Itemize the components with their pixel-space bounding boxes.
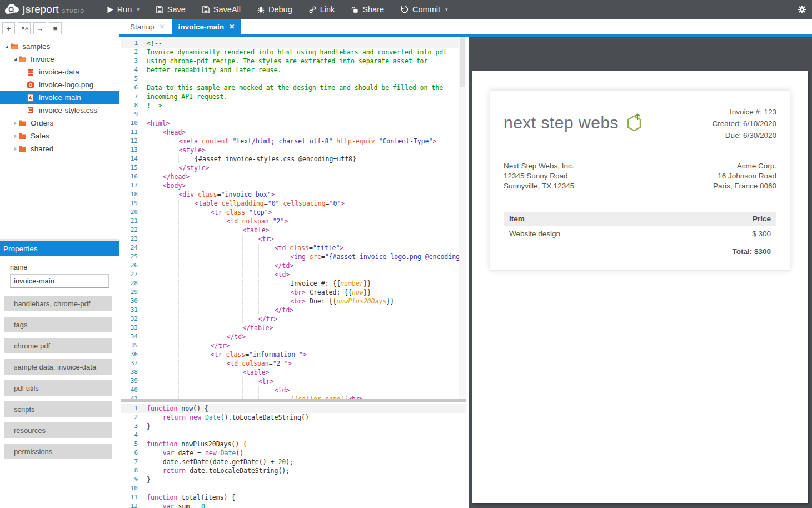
name-input[interactable] <box>10 274 109 288</box>
code-line[interactable]: 35 </tr> <box>121 341 466 350</box>
code-line[interactable]: 21 <td colspan="2"> <box>121 217 466 226</box>
tab-close-icon[interactable]: ✕ <box>160 23 165 31</box>
code-line[interactable]: 1<!-- <box>121 39 466 48</box>
properties-section-chrome-pdf[interactable]: chrome pdf <box>4 338 112 353</box>
code-line[interactable]: 9 <box>121 110 466 119</box>
properties-section-permissions[interactable]: permissions <box>4 444 112 459</box>
tree-caret-icon[interactable] <box>3 45 10 48</box>
code-line[interactable]: 6Data to this sample are mocked at the d… <box>121 83 466 92</box>
tree-caret-icon[interactable] <box>12 58 18 61</box>
code-line[interactable]: 34 </td> <box>121 332 466 341</box>
code-line[interactable]: 32 </tr> <box>121 315 466 323</box>
menu-button[interactable]: ≡ <box>49 22 62 34</box>
code-line[interactable]: 41 {{seller.name}}<br> <box>121 395 466 399</box>
code-line[interactable]: 38 <table> <box>121 368 466 377</box>
template-code-editor[interactable]: 1<!--2Invoice dynamically rendered into … <box>121 37 466 399</box>
code-line[interactable]: 23 <tr> <box>121 235 466 243</box>
code-line[interactable]: 40 <td> <box>121 386 466 395</box>
tree-item-invoice-data[interactable]: invoice-data <box>0 66 119 78</box>
code-line[interactable]: 4better readability and later reuse. <box>121 66 466 74</box>
run-button[interactable]: Run ▾ <box>107 5 140 14</box>
code-line[interactable]: 19 <table cellpadding="0" cellspacing="0… <box>121 199 466 208</box>
tab-invoice-main[interactable]: invoice-main✕ <box>172 19 242 34</box>
helpers-code-editor[interactable]: 1function now() {2 return new Date().toL… <box>121 402 466 508</box>
tab-startup[interactable]: Startup✕ <box>123 19 172 34</box>
css-icon <box>27 107 36 114</box>
code-line[interactable]: 31 </td> <box>121 306 466 315</box>
code-line[interactable]: 7incoming API request. <box>121 92 466 101</box>
code-line[interactable]: 39 <tr> <box>121 377 466 386</box>
code-line[interactable]: 10 <box>121 484 466 493</box>
debug-button[interactable]: Debug <box>257 5 292 14</box>
tree-caret-icon[interactable] <box>12 121 18 126</box>
code-line[interactable]: 14 {#asset invoice-styles.css @encoding=… <box>121 155 466 163</box>
code-line[interactable]: 7 date.setDate(date.getDate() + 20); <box>121 457 466 466</box>
tab-close-icon[interactable]: ✕ <box>229 23 235 31</box>
code-line[interactable]: 11 <head> <box>121 128 466 137</box>
saveall-button[interactable]: SaveAll <box>202 5 241 14</box>
code-line[interactable]: 24 <td class="title"> <box>121 243 466 252</box>
share-button[interactable]: Share <box>351 5 384 14</box>
code-line[interactable]: 3using chrome-pdf recipe. The styles are… <box>121 57 466 66</box>
properties-section-sample-data-invoice-data[interactable]: sample data: invoice-data <box>4 359 112 375</box>
line-number: 12 <box>121 502 138 508</box>
commit-button[interactable]: Commit ▾ <box>401 5 447 14</box>
code-line[interactable]: 2 return new Date().toLocaleDateString() <box>121 413 466 422</box>
code-line[interactable]: 25 <img src="{#asset invoice-logo.png @e… <box>121 252 466 261</box>
code-line[interactable]: 15 </style> <box>121 163 466 172</box>
tree-item-invoice-main[interactable]: invoice-main <box>0 91 119 104</box>
tree-item-invoice[interactable]: Invoice <box>0 53 119 66</box>
code-line[interactable]: 13 <style> <box>121 146 466 155</box>
code-line[interactable]: 5 <box>121 74 466 83</box>
seller-address: Next Step Webs, Inc. 12345 Sunny Road Su… <box>504 161 574 191</box>
tree-item-sales[interactable]: Sales <box>0 130 119 142</box>
code-line[interactable]: 26 </td> <box>121 261 466 270</box>
tree-item-invoice-styles-css[interactable]: invoice-styles.css <box>0 104 119 117</box>
code-line[interactable]: 9} <box>121 475 466 484</box>
code-line[interactable]: 6 var date = new Date() <box>121 449 466 457</box>
line-number: 38 <box>121 368 138 377</box>
properties-section-handlebars-chrome-pdf[interactable]: handlebars, chrome-pdf <box>4 296 112 311</box>
code-line[interactable]: 12 var sum = 0 <box>121 502 466 508</box>
code-line[interactable]: 22 <table> <box>121 226 466 235</box>
code-line[interactable]: 5function nowPlus20Days() { <box>121 440 466 449</box>
tree-item-invoice-logo-png[interactable]: invoice-logo.png <box>0 78 119 91</box>
properties-section-pdf-utils[interactable]: pdf utils <box>4 380 112 396</box>
code-line[interactable]: 28 Invoice #: {{number}} <box>121 279 466 288</box>
tree-caret-icon[interactable] <box>12 147 18 151</box>
editor-scrollbar[interactable] <box>459 37 466 399</box>
code-line[interactable]: 36 <tr class="information "> <box>121 350 466 359</box>
properties-section-scripts[interactable]: scripts <box>4 401 112 417</box>
code-line[interactable]: 16 </head> <box>121 172 466 181</box>
settings-gear-button[interactable] <box>798 5 806 16</box>
code-line[interactable]: 4 <box>121 431 466 440</box>
new-entity-button[interactable]: + <box>2 22 15 34</box>
code-line[interactable]: 17 <body> <box>121 181 466 190</box>
code-line[interactable]: 27 <td> <box>121 270 466 279</box>
filter-button[interactable]: ▼A <box>18 22 31 34</box>
tree-item-orders[interactable]: Orders <box>0 117 119 130</box>
code-line[interactable]: 12 <meta content="text/html; charset=utf… <box>121 137 466 146</box>
code-line[interactable]: 20 <tr class="top"> <box>121 208 466 217</box>
code-line[interactable]: 29 <br> Created: {{now}} <box>121 288 466 297</box>
code-line[interactable]: 3} <box>121 422 466 431</box>
properties-section-resources[interactable]: resources <box>4 422 112 438</box>
code-line[interactable]: 11function total(items) { <box>121 493 466 502</box>
code-line[interactable]: 10<html> <box>121 119 466 128</box>
link-button[interactable]: Link <box>309 5 335 14</box>
collapse-button[interactable]: → <box>33 22 46 34</box>
line-number: 37 <box>121 359 138 368</box>
code-line[interactable]: 18 <div class="invoice-box"> <box>121 190 466 199</box>
code-line[interactable]: 1function now() { <box>121 404 466 413</box>
properties-section-tags[interactable]: tags <box>4 317 112 332</box>
tree-caret-icon[interactable] <box>12 134 18 138</box>
code-line[interactable]: 30 <br> Due: {{nowPlus20Days}} <box>121 297 466 306</box>
code-line[interactable]: 2Invoice dynamically rendered into html … <box>121 48 466 57</box>
code-line[interactable]: 8!--> <box>121 101 466 110</box>
save-button[interactable]: Save <box>156 5 186 14</box>
code-line[interactable]: 37 <td colspan="2 "> <box>121 359 466 368</box>
tree-item-samples[interactable]: samples <box>0 40 119 53</box>
code-line[interactable]: 33 </table> <box>121 323 466 332</box>
code-line[interactable]: 8 return date.toLocaleDateString(); <box>121 466 466 475</box>
tree-item-shared[interactable]: shared <box>0 142 119 155</box>
